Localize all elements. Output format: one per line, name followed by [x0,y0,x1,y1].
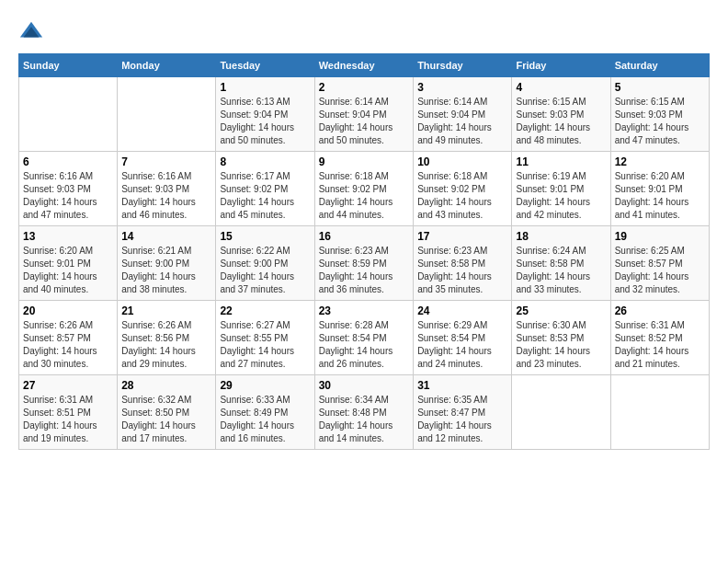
day-number: 16 [319,230,409,243]
day-info: Sunrise: 6:35 AM Sunset: 8:47 PM Dayligh… [417,394,507,445]
day-number: 14 [121,230,211,243]
calendar-cell: 18Sunrise: 6:24 AM Sunset: 8:58 PM Dayli… [512,226,610,301]
day-number: 3 [417,81,507,94]
calendar-cell: 20Sunrise: 6:26 AM Sunset: 8:57 PM Dayli… [19,301,118,375]
day-info: Sunrise: 6:15 AM Sunset: 9:03 PM Dayligh… [615,96,705,147]
day-number: 4 [516,81,606,94]
day-number: 5 [615,81,705,94]
day-number: 19 [615,230,705,243]
calendar-cell: 25Sunrise: 6:30 AM Sunset: 8:53 PM Dayli… [512,301,610,375]
calendar-cell [610,375,709,450]
day-number: 22 [220,304,310,317]
day-number: 7 [121,155,211,168]
day-number: 9 [319,155,409,168]
day-info: Sunrise: 6:13 AM Sunset: 9:04 PM Dayligh… [220,96,310,147]
calendar-cell: 16Sunrise: 6:23 AM Sunset: 8:59 PM Dayli… [314,226,413,301]
weekday-header-cell: Friday [512,54,610,77]
calendar-cell: 8Sunrise: 6:17 AM Sunset: 9:02 PM Daylig… [216,152,314,226]
day-number: 10 [417,155,507,168]
calendar-cell: 27Sunrise: 6:31 AM Sunset: 8:51 PM Dayli… [19,375,118,450]
day-info: Sunrise: 6:28 AM Sunset: 8:54 PM Dayligh… [319,319,409,371]
calendar-cell: 29Sunrise: 6:33 AM Sunset: 8:49 PM Dayli… [216,375,314,450]
calendar-cell: 15Sunrise: 6:22 AM Sunset: 9:00 PM Dayli… [216,226,314,301]
day-info: Sunrise: 6:15 AM Sunset: 9:03 PM Dayligh… [516,96,606,147]
logo-icon [18,18,44,44]
page-header [18,18,710,44]
calendar-cell: 14Sunrise: 6:21 AM Sunset: 9:00 PM Dayli… [118,226,216,301]
calendar-week-row: 1Sunrise: 6:13 AM Sunset: 9:04 PM Daylig… [19,77,710,152]
calendar-cell [512,375,610,450]
day-number: 28 [121,379,211,392]
calendar-cell: 10Sunrise: 6:18 AM Sunset: 9:02 PM Dayli… [414,152,512,226]
calendar-cell: 5Sunrise: 6:15 AM Sunset: 9:03 PM Daylig… [610,77,709,152]
calendar-cell: 4Sunrise: 6:15 AM Sunset: 9:03 PM Daylig… [512,77,610,152]
calendar-cell [19,77,118,152]
day-number: 27 [23,379,113,392]
day-number: 6 [23,155,113,168]
calendar-cell: 17Sunrise: 6:23 AM Sunset: 8:58 PM Dayli… [414,226,512,301]
day-info: Sunrise: 6:25 AM Sunset: 8:57 PM Dayligh… [615,245,705,296]
calendar-cell: 22Sunrise: 6:27 AM Sunset: 8:55 PM Dayli… [216,301,314,375]
calendar-cell: 21Sunrise: 6:26 AM Sunset: 8:56 PM Dayli… [118,301,216,375]
day-number: 24 [417,304,507,317]
day-info: Sunrise: 6:32 AM Sunset: 8:50 PM Dayligh… [121,394,211,445]
day-info: Sunrise: 6:34 AM Sunset: 8:48 PM Dayligh… [319,394,409,445]
day-number: 26 [615,304,705,317]
day-number: 17 [417,230,507,243]
logo [18,18,48,44]
day-info: Sunrise: 6:20 AM Sunset: 9:01 PM Dayligh… [23,245,113,296]
day-info: Sunrise: 6:19 AM Sunset: 9:01 PM Dayligh… [516,170,606,222]
day-info: Sunrise: 6:21 AM Sunset: 9:00 PM Dayligh… [121,245,211,296]
day-number: 8 [220,155,310,168]
calendar-cell: 26Sunrise: 6:31 AM Sunset: 8:52 PM Dayli… [610,301,709,375]
day-number: 25 [516,304,606,317]
day-info: Sunrise: 6:22 AM Sunset: 9:00 PM Dayligh… [220,245,310,296]
calendar-cell [118,77,216,152]
calendar-table: SundayMondayTuesdayWednesdayThursdayFrid… [18,53,710,450]
day-info: Sunrise: 6:14 AM Sunset: 9:04 PM Dayligh… [417,96,507,147]
calendar-week-row: 20Sunrise: 6:26 AM Sunset: 8:57 PM Dayli… [19,301,710,375]
calendar-cell: 1Sunrise: 6:13 AM Sunset: 9:04 PM Daylig… [216,77,314,152]
weekday-header-cell: Tuesday [216,54,314,77]
calendar-body: 1Sunrise: 6:13 AM Sunset: 9:04 PM Daylig… [19,77,710,450]
weekday-header-cell: Saturday [610,54,709,77]
calendar-cell: 19Sunrise: 6:25 AM Sunset: 8:57 PM Dayli… [610,226,709,301]
day-number: 18 [516,230,606,243]
day-info: Sunrise: 6:31 AM Sunset: 8:51 PM Dayligh… [23,394,113,445]
day-info: Sunrise: 6:16 AM Sunset: 9:03 PM Dayligh… [23,170,113,222]
day-info: Sunrise: 6:29 AM Sunset: 8:54 PM Dayligh… [417,319,507,371]
day-number: 30 [319,379,409,392]
day-info: Sunrise: 6:24 AM Sunset: 8:58 PM Dayligh… [516,245,606,296]
calendar-cell: 13Sunrise: 6:20 AM Sunset: 9:01 PM Dayli… [19,226,118,301]
calendar-cell: 3Sunrise: 6:14 AM Sunset: 9:04 PM Daylig… [414,77,512,152]
weekday-header-row: SundayMondayTuesdayWednesdayThursdayFrid… [19,54,710,77]
calendar-week-row: 6Sunrise: 6:16 AM Sunset: 9:03 PM Daylig… [19,152,710,226]
day-info: Sunrise: 6:26 AM Sunset: 8:57 PM Dayligh… [23,319,113,371]
calendar-week-row: 27Sunrise: 6:31 AM Sunset: 8:51 PM Dayli… [19,375,710,450]
calendar-week-row: 13Sunrise: 6:20 AM Sunset: 9:01 PM Dayli… [19,226,710,301]
day-number: 2 [319,81,409,94]
calendar-cell: 24Sunrise: 6:29 AM Sunset: 8:54 PM Dayli… [414,301,512,375]
day-info: Sunrise: 6:14 AM Sunset: 9:04 PM Dayligh… [319,96,409,147]
day-number: 21 [121,304,211,317]
weekday-header-cell: Thursday [414,54,512,77]
day-info: Sunrise: 6:17 AM Sunset: 9:02 PM Dayligh… [220,170,310,222]
calendar-cell: 6Sunrise: 6:16 AM Sunset: 9:03 PM Daylig… [19,152,118,226]
day-number: 11 [516,155,606,168]
day-info: Sunrise: 6:27 AM Sunset: 8:55 PM Dayligh… [220,319,310,371]
day-number: 20 [23,304,113,317]
day-number: 29 [220,379,310,392]
day-number: 23 [319,304,409,317]
calendar-cell: 28Sunrise: 6:32 AM Sunset: 8:50 PM Dayli… [118,375,216,450]
calendar-cell: 31Sunrise: 6:35 AM Sunset: 8:47 PM Dayli… [414,375,512,450]
day-number: 12 [615,155,705,168]
calendar-cell: 11Sunrise: 6:19 AM Sunset: 9:01 PM Dayli… [512,152,610,226]
day-info: Sunrise: 6:20 AM Sunset: 9:01 PM Dayligh… [615,170,705,222]
weekday-header-cell: Monday [118,54,216,77]
calendar-cell: 23Sunrise: 6:28 AM Sunset: 8:54 PM Dayli… [314,301,413,375]
day-info: Sunrise: 6:18 AM Sunset: 9:02 PM Dayligh… [319,170,409,222]
calendar-cell: 7Sunrise: 6:16 AM Sunset: 9:03 PM Daylig… [118,152,216,226]
calendar-cell: 9Sunrise: 6:18 AM Sunset: 9:02 PM Daylig… [314,152,413,226]
day-info: Sunrise: 6:30 AM Sunset: 8:53 PM Dayligh… [516,319,606,371]
calendar-cell: 2Sunrise: 6:14 AM Sunset: 9:04 PM Daylig… [314,77,413,152]
